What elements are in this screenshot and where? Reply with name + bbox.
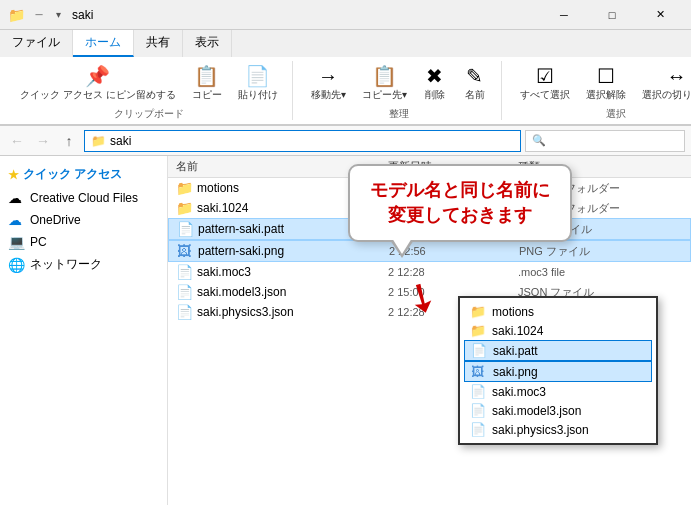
ribbon-content: 📌 クイック アクセス にピン留めする 📋 コピー 📄 貼り付け クリップボード… [0, 57, 691, 125]
move-to-button[interactable]: → 移動先▾ [305, 63, 352, 105]
invert-selection-button[interactable]: ↔ 選択の切り替え [636, 63, 691, 105]
copy-to-button[interactable]: 📋 コピー先▾ [356, 63, 413, 105]
sidebar: ★ クイック アクセス ☁ Creative Cloud Files ☁ One… [0, 156, 168, 505]
sidebar-item-onedrive[interactable]: ☁ OneDrive [0, 209, 167, 231]
sidebar-item-pc[interactable]: 💻 PC [0, 231, 167, 253]
overlay-file-name: motions [492, 305, 534, 319]
patt-file-icon: 📄 [177, 221, 193, 237]
copy-icon: 📋 [194, 66, 219, 86]
file-name: saki.1024 [197, 201, 248, 215]
folder-icon: 📁 [176, 180, 192, 196]
png-file-icon: 🖼 [177, 243, 193, 259]
copy-to-icon: 📋 [372, 66, 397, 86]
tab-view[interactable]: 表示 [183, 30, 232, 57]
sidebar-item-network[interactable]: 🌐 ネットワーク [0, 253, 167, 276]
copy-button[interactable]: 📋 コピー [186, 63, 228, 105]
patt-icon: 📄 [471, 343, 487, 358]
tab-home[interactable]: ホーム [73, 30, 134, 57]
file-name: pattern-saki.png [198, 244, 284, 258]
folder-icon: 📁 [176, 200, 192, 216]
json-file-icon: 📄 [176, 284, 192, 300]
json-file-icon2: 📄 [176, 304, 192, 320]
creative-cloud-icon: ☁ [8, 190, 24, 206]
up-button[interactable]: ↑ [58, 130, 80, 152]
move-icon: → [318, 66, 338, 86]
file-name: saki.moc3 [197, 265, 251, 279]
file-name: saki.model3.json [197, 285, 286, 299]
file-item-pattern-png[interactable]: 🖼 pattern-saki.png 2 22:56 PNG ファイル [168, 240, 691, 262]
png-icon: 🖼 [471, 364, 487, 379]
overlay-item-sakimoc3[interactable]: 📄 saki.moc3 [464, 382, 652, 401]
pc-icon: 💻 [8, 234, 24, 250]
overlay-item-sakipatt[interactable]: 📄 saki.patt [464, 340, 652, 361]
close-button[interactable]: ✕ [637, 0, 683, 30]
ribbon-group-organize: → 移動先▾ 📋 コピー先▾ ✖ 削除 ✎ 名前 整理 [297, 61, 502, 120]
overlay-item-sakipng[interactable]: 🖼 saki.png [464, 361, 652, 382]
overlay-file-name: saki.png [493, 365, 538, 379]
pin-icon: 📌 [85, 66, 110, 86]
overlay-file-name: saki.patt [493, 344, 538, 358]
file-type: .moc3 file [518, 266, 691, 278]
rename-icon: ✎ [466, 66, 483, 86]
invert-icon: ↔ [667, 66, 687, 86]
select-all-button[interactable]: ☑ すべて選択 [514, 63, 576, 105]
sidebar-item-creative-cloud[interactable]: ☁ Creative Cloud Files [0, 187, 167, 209]
file-name: saki.physics3.json [197, 305, 294, 319]
search-box[interactable]: 🔍 [525, 130, 685, 152]
clipboard-label: クリップボード [114, 107, 184, 121]
pin-button[interactable]: 📌 クイック アクセス にピン留めする [14, 63, 182, 105]
file-box-overlay: 📁 motions 📁 saki.1024 📄 saki.patt 🖼 saki… [458, 296, 658, 445]
quick-access-icon[interactable]: ─ [31, 7, 47, 23]
deselect-button[interactable]: ☐ 選択解除 [580, 63, 632, 105]
overlay-item-physics3json[interactable]: 📄 saki.physics3.json [464, 420, 652, 439]
overlay-item-motions[interactable]: 📁 motions [464, 302, 652, 321]
quick-access-label: クイック アクセス [23, 166, 122, 183]
search-icon: 🔍 [532, 134, 546, 147]
select-label: 選択 [606, 107, 626, 121]
json-icon: 📄 [470, 403, 486, 418]
delete-icon: ✖ [426, 66, 443, 86]
overlay-item-saki1024[interactable]: 📁 saki.1024 [464, 321, 652, 340]
ribbon-group-clipboard: 📌 クイック アクセス にピン留めする 📋 コピー 📄 貼り付け クリップボード [6, 61, 293, 120]
address-icon: 📁 [91, 134, 106, 148]
ribbon: ファイル ホーム 共有 表示 📌 クイック アクセス にピン留めする 📋 コピー… [0, 30, 691, 126]
file-name: motions [197, 181, 239, 195]
folder-icon: 📁 [470, 304, 486, 319]
back-history-icon[interactable]: ▾ [50, 7, 66, 23]
ribbon-tabs: ファイル ホーム 共有 表示 [0, 30, 691, 57]
quick-access-header[interactable]: ★ クイック アクセス [0, 162, 167, 187]
file-name: pattern-saki.patt [198, 222, 284, 236]
overlay-file-name: saki.1024 [492, 324, 543, 338]
title-bar: 📁 ─ ▾ saki ─ □ ✕ [0, 0, 691, 30]
ribbon-group-select: ☑ すべて選択 ☐ 選択解除 ↔ 選択の切り替え 選択 [506, 61, 691, 120]
paste-button[interactable]: 📄 貼り付け [232, 63, 284, 105]
tab-share[interactable]: 共有 [134, 30, 183, 57]
address-path: saki [110, 134, 131, 148]
back-button[interactable]: ← [6, 130, 28, 152]
window-title: saki [72, 8, 93, 22]
file-type: PNG ファイル [519, 244, 690, 259]
minimize-button[interactable]: ─ [541, 0, 587, 30]
moc3-icon: 📄 [470, 384, 486, 399]
network-icon: 🌐 [8, 257, 24, 273]
maximize-button[interactable]: □ [589, 0, 635, 30]
rename-button[interactable]: ✎ 名前 [457, 63, 493, 105]
organize-label: 整理 [389, 107, 409, 121]
address-input[interactable]: 📁 saki [84, 130, 521, 152]
paste-icon: 📄 [245, 66, 270, 86]
tooltip-balloon: モデル名と同じ名前に 変更しておきます [348, 164, 572, 242]
select-all-icon: ☑ [536, 66, 554, 86]
overlay-item-model3json[interactable]: 📄 saki.model3.json [464, 401, 652, 420]
forward-button[interactable]: → [32, 130, 54, 152]
overlay-file-name: saki.model3.json [492, 404, 581, 418]
overlay-file-name: saki.physics3.json [492, 423, 589, 437]
folder-icon: 📁 [8, 7, 25, 23]
folder-icon: 📁 [470, 323, 486, 338]
onedrive-icon: ☁ [8, 212, 24, 228]
deselect-icon: ☐ [597, 66, 615, 86]
delete-button[interactable]: ✖ 削除 [417, 63, 453, 105]
tab-file[interactable]: ファイル [0, 30, 73, 57]
star-icon: ★ [8, 168, 19, 182]
file-date: 2 12:28 [388, 266, 518, 278]
tooltip-line2: 変更しておきます [370, 203, 550, 228]
